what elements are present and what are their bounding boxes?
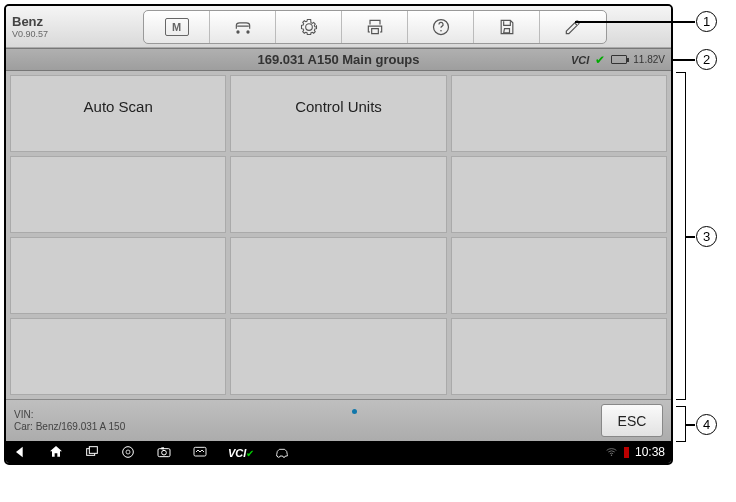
svg-point-6 <box>123 447 134 458</box>
vci-label: VCI <box>571 54 589 66</box>
sysbar-vci[interactable]: VCI✔ <box>228 443 254 461</box>
page-dot-icon <box>352 409 357 414</box>
brand-block: Benz V0.90.57 <box>6 14 48 39</box>
vehicle-icon <box>233 17 253 37</box>
toolbar: M <box>143 10 607 44</box>
battery-low-icon <box>624 447 629 458</box>
callout-4: 4 <box>696 414 717 435</box>
menu-item-empty[interactable] <box>230 318 446 395</box>
battery-icon <box>611 55 627 64</box>
browser-icon[interactable] <box>120 444 136 460</box>
edit-button[interactable] <box>540 11 606 43</box>
svg-point-3 <box>440 29 442 31</box>
menu-item-empty[interactable] <box>451 318 667 395</box>
main-menu-grid: Auto Scan Control Units <box>6 71 671 399</box>
esc-button[interactable]: ESC <box>601 404 663 437</box>
pencil-icon <box>563 17 583 37</box>
menu-item-label: Control Units <box>295 98 382 115</box>
esc-label: ESC <box>618 413 647 429</box>
callout-2: 2 <box>696 49 717 70</box>
vci-check-icon: ✔ <box>595 53 605 67</box>
sysbar-right: 10:38 <box>605 444 665 460</box>
menu-item-empty[interactable] <box>451 75 667 152</box>
menu-item-empty[interactable] <box>10 237 226 314</box>
printer-icon <box>365 17 385 37</box>
back-icon[interactable] <box>12 444 28 460</box>
callout-3: 3 <box>696 226 717 247</box>
save-button[interactable] <box>474 11 540 43</box>
status-right: VCI✔ 11.82V <box>571 53 665 67</box>
svg-point-12 <box>611 455 612 456</box>
svg-point-7 <box>126 450 130 454</box>
gear-icon <box>299 17 319 37</box>
help-icon <box>431 17 451 37</box>
save-icon <box>497 17 517 37</box>
home-icon[interactable] <box>48 444 64 460</box>
top-toolbar: Benz V0.90.57 M <box>6 6 671 48</box>
menu-item-empty[interactable] <box>230 237 446 314</box>
status-bar: 169.031 A150 Main groups VCI✔ 11.82V <box>6 48 671 71</box>
svg-point-1 <box>246 30 249 33</box>
help-button[interactable] <box>408 11 474 43</box>
callout-1: 1 <box>696 11 717 32</box>
app-window: Benz V0.90.57 M 169.031 A150 Main groups… <box>4 4 673 465</box>
brand-version: V0.90.57 <box>12 29 48 39</box>
menu-item-empty[interactable] <box>230 156 446 233</box>
car-label: Car: Benz/169.031 A 150 <box>14 421 125 433</box>
status-title: 169.031 A150 Main groups <box>257 52 419 67</box>
svg-rect-10 <box>161 447 164 449</box>
menu-item-autoscan[interactable]: Auto Scan <box>10 75 226 152</box>
vehicle-button[interactable] <box>210 11 276 43</box>
menu-item-empty[interactable] <box>10 156 226 233</box>
settings-button[interactable] <box>276 11 342 43</box>
menu-item-empty[interactable] <box>451 237 667 314</box>
wifi-icon <box>605 444 618 460</box>
svg-point-9 <box>162 450 167 455</box>
voltage-value: 11.82V <box>633 54 665 65</box>
menu-item-empty[interactable] <box>451 156 667 233</box>
svg-rect-5 <box>89 447 97 454</box>
menu-item-label: Auto Scan <box>84 98 153 115</box>
recents-icon[interactable] <box>84 444 100 460</box>
footer-bar: VIN: Car: Benz/169.031 A 150 ESC <box>6 399 671 441</box>
menu-item-controlunits[interactable]: Control Units <box>230 75 446 152</box>
home-button[interactable]: M <box>144 11 210 43</box>
diag-app-icon[interactable] <box>192 444 208 460</box>
footer-info: VIN: Car: Benz/169.031 A 150 <box>14 409 125 433</box>
menu-item-empty[interactable] <box>10 318 226 395</box>
camera-icon[interactable] <box>156 444 172 460</box>
clock: 10:38 <box>635 445 665 459</box>
svg-point-0 <box>236 30 239 33</box>
car-icon[interactable] <box>274 444 290 460</box>
brand-name: Benz <box>12 14 48 29</box>
vin-label: VIN: <box>14 409 125 421</box>
print-button[interactable] <box>342 11 408 43</box>
system-nav-bar: VCI✔ 10:38 <box>6 441 671 463</box>
